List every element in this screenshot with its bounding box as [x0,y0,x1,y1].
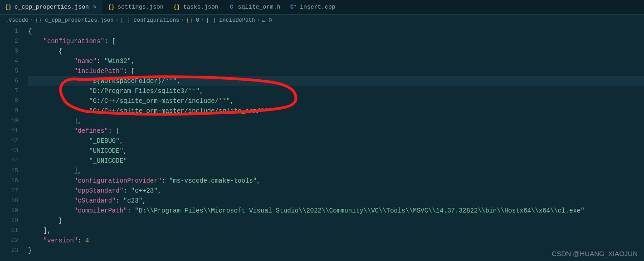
code-editor[interactable]: 1234567891011121314151617181920212223 { … [0,26,644,261]
code-line[interactable]: "cStandard": "c23", [28,196,644,206]
code-line[interactable]: "D:/Program Files/sqlite3/**", [28,86,644,96]
code-line[interactable]: "configurationProvider": "ms-vscode.cmak… [28,176,644,186]
tab-label: settings.json [117,4,163,10]
code-line[interactable]: "compilerPath": "D:\\Program Files\\Micr… [28,206,644,216]
code-line[interactable]: "name": "Win32", [28,56,644,66]
code-line[interactable]: "${workspaceFolder}/**", [28,76,644,86]
tab-sqlite-orm-h[interactable]: Csqlite_orm.h [224,0,286,14]
tab-insert-cpp[interactable]: C⁺insert.cpp [285,0,340,14]
code-line[interactable]: "G:/C++/sqlite_orm-master/include/sqlite… [28,106,644,116]
file-icon: {} [173,4,181,11]
tab-label: tasks.json [183,4,219,10]
breadcrumbs[interactable]: .vscode›{} c_cpp_properties.json›[ ] con… [0,14,644,26]
code-line[interactable]: "includePath": [ [28,66,644,76]
code-line[interactable]: } [28,216,644,226]
code-line[interactable]: "_UNICODE" [28,156,644,166]
editor-tabs: {}c_cpp_properties.json×{}settings.json{… [0,0,644,14]
code-line[interactable]: "configurations": [ [28,36,644,46]
file-icon: {} [107,4,115,11]
code-line[interactable]: "defines": [ [28,126,644,136]
breadcrumb-item[interactable]: .vscode [5,17,28,24]
code-line[interactable]: { [28,46,644,56]
code-line[interactable]: ], [28,166,644,176]
code-line[interactable]: ], [28,116,644,126]
tab-label: c_cpp_properties.json [15,4,89,10]
breadcrumb-item[interactable]: [ ] configurations [121,17,180,24]
file-icon: C [228,4,235,11]
code-content[interactable]: { "configurations": [ { "name": "Win32",… [28,26,644,256]
file-icon: C⁺ [290,4,297,11]
tab-c-cpp-properties-json[interactable]: {}c_cpp_properties.json× [0,0,103,14]
code-line[interactable]: "version": 4 [28,236,644,246]
code-line[interactable]: "_DEBUG", [28,136,644,146]
tab-label: sqlite_orm.h [238,4,281,10]
watermark: CSDN @HUANG_XIAOJUN [552,250,638,257]
breadcrumb-item[interactable]: {} 0 [186,17,200,24]
tab-settings-json[interactable]: {}settings.json [103,0,168,14]
code-line[interactable]: "G:/C++/sqlite_orm-master/include/**", [28,96,644,106]
breadcrumb-item[interactable]: {} c_cpp_properties.json [35,17,114,24]
tab-tasks-json[interactable]: {}tasks.json [169,0,224,14]
breadcrumb-item[interactable]: ▭ 0 [262,17,272,24]
code-line[interactable]: "UNICODE", [28,146,644,156]
close-icon[interactable]: × [92,4,98,11]
code-line[interactable]: "cppStandard": "c++23", [28,186,644,196]
tab-label: insert.cpp [300,4,335,10]
file-icon: {} [5,4,12,11]
code-line[interactable]: { [28,26,644,36]
breadcrumb-item[interactable]: [ ] includePath [206,17,255,24]
code-line[interactable]: ], [28,226,644,236]
line-numbers: 1234567891011121314151617181920212223 [0,26,24,256]
